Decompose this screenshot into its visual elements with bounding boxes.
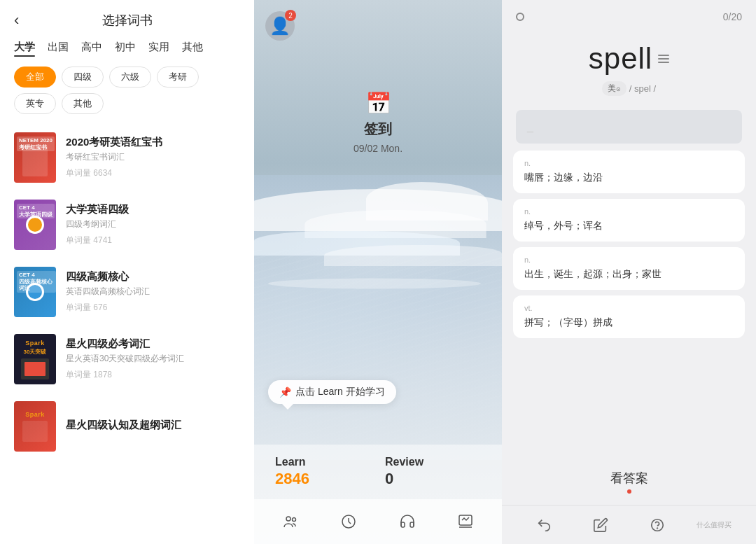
definition-card-4: vt. 拼写；（字母）拼成 (513, 295, 745, 338)
watermark-label: 什么值得买 (699, 510, 729, 540)
ocean-section (254, 175, 502, 460)
stats-section: Learn 2846 Review 0 (254, 445, 502, 499)
list-item[interactable]: Spark 30天突破 星火四级必考词汇 星火英语30天突破四级必考词汇 单词量… (0, 326, 254, 393)
spell-input[interactable]: _ (516, 110, 742, 144)
books-title: 选择词书 (102, 12, 153, 29)
books-list: NETEM 2020 考研红宝书 2020考研英语红宝书 考研红宝书词汇 单词量… (0, 118, 254, 544)
list-item[interactable]: Spark 星火四级认知及超纲词汇 (0, 393, 254, 460)
definitions-list: n. 嘴唇；边缘，边沿 n. 绰号，外号；诨名 n. 出生，诞生，起源；出身；家… (502, 151, 756, 459)
line2 (658, 58, 669, 60)
book-subtitle: 星火英语30天突破四级必考词汇 (66, 353, 240, 365)
list-item[interactable]: CET 4 四级高频核心词汇 四级高频核心 英语四级高频核心词汇 单词量 676 (0, 258, 254, 326)
tooltip-pin-icon: 📌 (279, 386, 291, 398)
notification-badge: 2 (285, 10, 296, 21)
sub-filters: 全部 四级 六级 考研 英专 其他 (0, 60, 254, 118)
filter-junior[interactable]: 英专 (14, 93, 56, 114)
checkin-date: 09/02 Mon. (354, 143, 402, 154)
nav-community-icon[interactable] (275, 506, 306, 537)
learn-value: 2846 (275, 470, 371, 488)
filter-all[interactable]: 全部 (14, 67, 56, 88)
back-arrow-icon[interactable] (528, 510, 559, 540)
category-tab-highschool[interactable]: 高中 (81, 41, 102, 57)
progress-indicator (516, 13, 524, 21)
book-badge: CET 4 四级高频核心词汇 (17, 271, 56, 293)
definition-card-1: n. 嘴唇；边缘，边沿 (513, 151, 745, 193)
category-tab-university[interactable]: 大学 (14, 41, 35, 57)
pos-label: n. (524, 207, 734, 216)
book-name: 2020考研英语红宝书 (66, 136, 240, 149)
category-tab-middleschool[interactable]: 初中 (115, 41, 136, 57)
category-tab-abroad[interactable]: 出国 (48, 41, 69, 57)
book-badge: NETEM 2020 考研红宝书 (17, 137, 55, 151)
book-count: 单词量 1878 (66, 369, 240, 381)
filter-cet6[interactable]: 六级 (109, 67, 151, 88)
book-badge: CET 4 大学英语四级 (17, 204, 55, 218)
spell-header: 0/20 (502, 0, 756, 28)
book-cover: CET 4 四级高频核心词汇 (14, 267, 56, 317)
word-section: spell 美⊙ / spel / (502, 28, 756, 103)
svg-point-1 (292, 518, 295, 522)
category-tabs: 大学 出国 高中 初中 实用 其他 (0, 35, 254, 60)
line1 (658, 55, 669, 56)
books-header: ‹ 选择词书 (0, 0, 254, 35)
nav-headphone-icon[interactable] (392, 506, 423, 537)
book-info: 星火四级认知及超纲词汇 (66, 419, 240, 434)
book-name: 星火四级必考词汇 (66, 337, 240, 351)
phonetic-row: 美⊙ / spel / (602, 81, 656, 96)
spell-word: spell (589, 42, 652, 76)
learn-label: Learn (275, 456, 371, 468)
category-tab-other[interactable]: 其他 (182, 41, 203, 57)
book-cover: Spark (14, 401, 56, 452)
learn-stat[interactable]: Learn 2846 (268, 445, 378, 499)
phonetic-badge: 美⊙ (602, 81, 626, 96)
phonetic-text: / spel / (629, 83, 656, 94)
options-icon[interactable] (658, 55, 669, 63)
word-row: spell (589, 42, 669, 76)
input-placeholder: _ (527, 120, 533, 133)
main-panel: 👤 2 📅 签到 09/02 Mon. 📌 点击 Learn 开始学习 Lear… (254, 0, 502, 544)
book-badge: Spark (25, 411, 45, 418)
nav-chart-icon[interactable] (450, 506, 481, 537)
edit-icon[interactable] (585, 510, 616, 540)
main-header: 👤 2 (265, 11, 491, 41)
filter-other2[interactable]: 其他 (62, 93, 104, 114)
list-item[interactable]: NETEM 2020 考研红宝书 2020考研英语红宝书 考研红宝书词汇 单词量… (0, 124, 254, 191)
book-badge: Spark (25, 340, 45, 347)
review-stat[interactable]: Review 0 (378, 445, 488, 499)
svg-point-0 (286, 517, 290, 521)
definition-card-2: n. 绰号，外号；诨名 (513, 199, 745, 242)
book-count: 单词量 676 (66, 302, 240, 314)
book-cover: Spark 30天突破 (14, 334, 56, 384)
pos-label: n. (524, 159, 734, 167)
book-info: 星火四级必考词汇 星火英语30天突破四级必考词汇 单词量 1878 (66, 337, 240, 381)
answer-indicator-dot (627, 489, 631, 494)
progress-dot-icon (516, 13, 524, 21)
def-text: 拼写；（字母）拼成 (524, 315, 734, 330)
book-name: 星火四级认知及超纲词汇 (66, 419, 240, 432)
tooltip-text: 点击 Learn 开始学习 (295, 386, 385, 398)
book-name: 大学英语四级 (66, 203, 240, 216)
svg-point-5 (657, 528, 657, 529)
list-item[interactable]: CET 4 大学英语四级 大学英语四级 四级考纲词汇 单词量 4741 (0, 191, 254, 258)
book-info: 2020考研英语红宝书 考研红宝书词汇 单词量 6634 (66, 136, 240, 179)
question-icon[interactable] (642, 510, 673, 540)
book-selection-panel: ‹ 选择词书 大学 出国 高中 初中 实用 其他 全部 四级 六级 考研 英专 … (0, 0, 254, 544)
back-button[interactable]: ‹ (14, 11, 19, 29)
nav-clock-icon[interactable] (333, 506, 364, 537)
filter-cet4[interactable]: 四级 (62, 67, 104, 88)
book-subtitle: 英语四级高频核心词汇 (66, 286, 240, 298)
review-value: 0 (385, 470, 481, 488)
pos-label: vt. (524, 304, 734, 312)
category-tab-practical[interactable]: 实用 (148, 41, 169, 57)
checkin-text: 签到 (364, 120, 392, 139)
pos-label: n. (524, 256, 734, 264)
book-count: 单词量 4741 (66, 235, 240, 246)
def-text: 绰号，外号；诨名 (524, 218, 734, 233)
answer-button[interactable]: 看答案 (610, 470, 648, 487)
book-cover: CET 4 大学英语四级 (14, 200, 56, 250)
checkin-section: 📅 签到 09/02 Mon. (254, 91, 502, 154)
filter-kaoyan[interactable]: 考研 (157, 67, 199, 88)
book-count: 单词量 6634 (66, 167, 240, 179)
learn-tooltip[interactable]: 📌 点击 Learn 开始学习 (268, 380, 396, 404)
avatar-wrap[interactable]: 👤 2 (265, 11, 295, 41)
